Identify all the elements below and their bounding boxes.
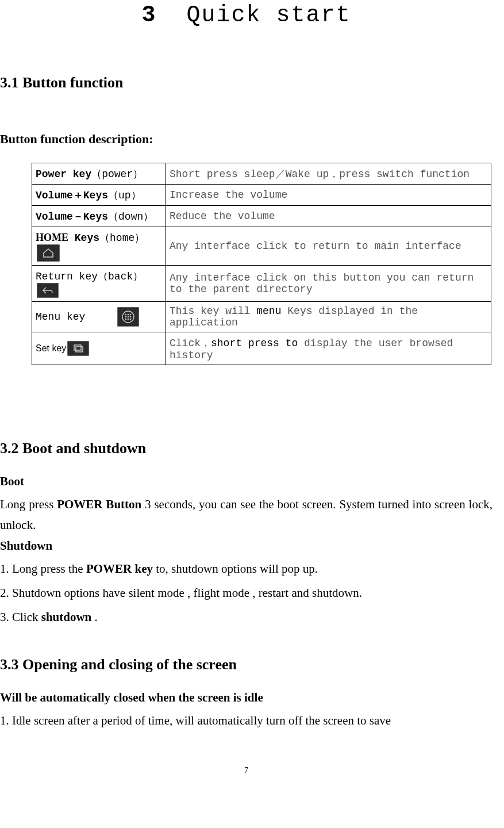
chapter-name: Quick start [186, 2, 351, 28]
boot-paragraph: Long press POWER Button 3 seconds, you c… [0, 494, 493, 535]
cell-desc-bold: menu [256, 305, 281, 317]
svg-rect-10 [74, 345, 81, 350]
cell-desc-bold: short press to [211, 338, 298, 349]
menu-icon [117, 307, 139, 327]
cell-desc: Reduce the volume [166, 206, 491, 227]
cell-label-serif: HOME [36, 232, 68, 243]
cell-paren: （up） [108, 190, 141, 201]
page-number: 7 [0, 766, 493, 775]
text-bold: POWER key [86, 562, 153, 576]
svg-point-7 [125, 319, 127, 320]
svg-point-9 [130, 319, 132, 320]
button-function-table: Power key（power） Short press sleep／Wake … [32, 163, 491, 365]
button-desc-subheading: Button function description: [0, 132, 493, 147]
section-3-2-heading: 3.2 Boot and shutdown [0, 440, 493, 457]
text-part: Long press [0, 497, 57, 511]
home-icon [37, 244, 60, 262]
boot-subheading: Boot [0, 474, 493, 489]
svg-point-2 [128, 314, 129, 316]
auto-close-line-1: 1. Idle screen after a period of time, w… [0, 711, 493, 731]
cell-label: Volume－Keys [36, 211, 108, 223]
cell-desc: Any interface click to return to main in… [166, 227, 491, 266]
cell-desc-pre: This key will [170, 305, 250, 317]
cell-desc: Any interface click on this button you c… [166, 266, 491, 302]
cell-paren: （home） [99, 232, 145, 244]
svg-point-6 [130, 316, 132, 318]
text-part: 3. Click [0, 610, 41, 624]
cell-paren: （power） [91, 168, 143, 180]
cell-paren: （back） [98, 271, 143, 282]
svg-point-5 [128, 316, 129, 318]
cell-paren: （down） [108, 211, 153, 223]
cell-label: Volume＋Keys [36, 190, 108, 201]
svg-point-1 [125, 314, 127, 316]
svg-point-8 [128, 319, 129, 320]
text-bold: POWER Button [57, 497, 141, 511]
text-bold: shutdown [41, 610, 92, 624]
table-row: Volume－Keys（down） Reduce the volume [32, 206, 491, 227]
cell-label: Return key [36, 271, 98, 282]
svg-point-3 [130, 314, 132, 316]
cell-desc-pre: Click， [170, 338, 211, 349]
cell-label-mono: Keys [75, 232, 99, 244]
text-part: . [91, 610, 98, 624]
text-part: 1. Long press the [0, 562, 86, 576]
shutdown-line-2: 2. Shutdown options have silent mode , f… [0, 583, 493, 604]
table-row: Return key（back） Any interface click on … [32, 266, 491, 302]
table-row: HOME Keys（home） Any interface click to r… [32, 227, 491, 266]
chapter-number: 3 [141, 2, 156, 28]
table-row: Menu key This key will menu Keys display… [32, 302, 491, 332]
cell-label: Menu key [36, 311, 85, 323]
svg-rect-11 [76, 347, 83, 352]
shutdown-subheading: Shutdown [0, 539, 493, 553]
table-row: Set key Click，short press to display the… [32, 332, 491, 365]
recent-icon [67, 341, 89, 356]
table-row: Power key（power） Short press sleep／Wake … [32, 163, 491, 185]
cell-desc: Increase the volume [166, 185, 491, 206]
back-icon [37, 283, 59, 298]
table-row: Volume＋Keys（up） Increase the volume [32, 185, 491, 206]
section-3-1-heading: 3.1 Button function [0, 74, 493, 91]
cell-label: Power key [36, 168, 91, 180]
cell-desc: Short press sleep／Wake up，press switch f… [166, 163, 491, 185]
chapter-title: 3 Quick start [0, 2, 493, 28]
text-part: to, shutdown options will pop up. [153, 562, 318, 576]
auto-close-subheading: Will be automatically closed when the sc… [0, 691, 493, 705]
shutdown-line-1: 1. Long press the POWER key to, shutdown… [0, 559, 493, 580]
svg-point-4 [125, 316, 127, 318]
section-3-3-heading: 3.3 Opening and closing of the screen [0, 656, 493, 673]
cell-label: Set key [36, 343, 66, 353]
shutdown-line-3: 3. Click shutdown . [0, 607, 493, 628]
